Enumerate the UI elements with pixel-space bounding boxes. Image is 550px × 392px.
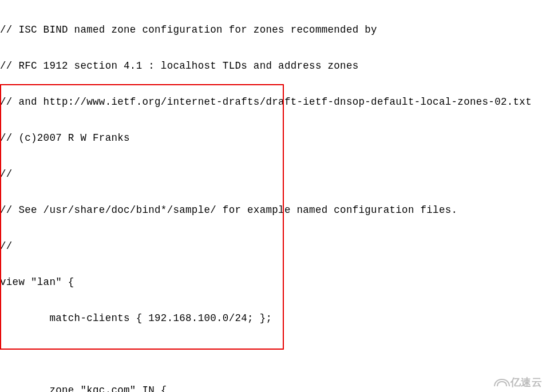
code-line: // RFC 1912 section 4.1 : localhost TLDs… (0, 60, 550, 72)
code-line: match-clients { 192.168.100.0/24; }; (0, 312, 550, 324)
code-line: // See /usr/share/doc/bind*/sample/ for … (0, 204, 550, 216)
code-line: // ISC BIND named zone configuration for… (0, 24, 550, 36)
watermark-text: 亿速云 (511, 377, 542, 389)
code-line: // (0, 240, 550, 252)
watermark: 亿速云 (494, 377, 542, 389)
code-line: // (0, 168, 550, 180)
text-editor[interactable]: // ISC BIND named zone configuration for… (0, 0, 550, 392)
code-line: // (c)2007 R W Franks (0, 132, 550, 144)
cloud-icon (494, 378, 508, 387)
code-line (0, 349, 550, 361)
highlight-box (0, 84, 284, 350)
code-line: // and http://www.ietf.org/internet-draf… (0, 96, 550, 108)
code-line: view "lan" { (0, 276, 550, 288)
code-line: zone "kgc.com" IN { (0, 385, 550, 392)
